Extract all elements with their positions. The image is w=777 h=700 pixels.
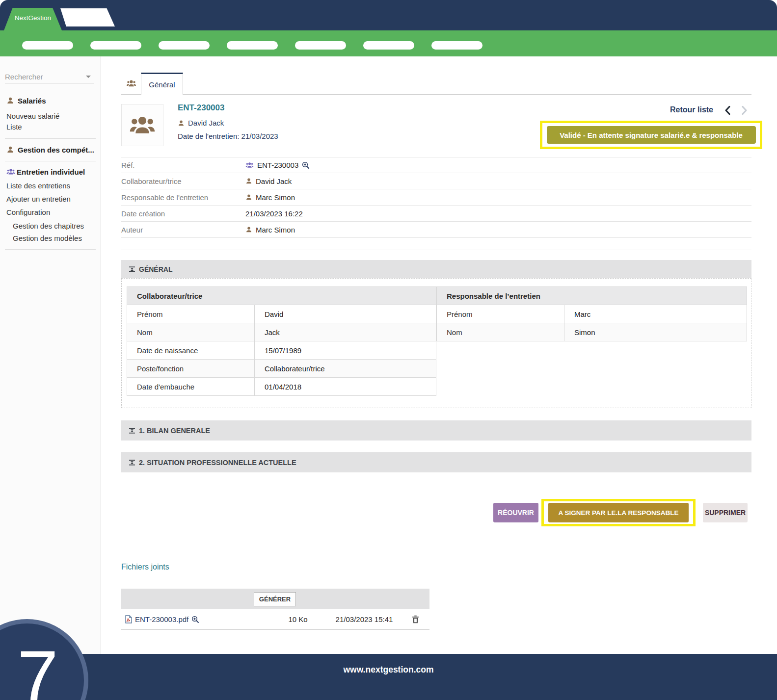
top-header: NextGestion <box>0 0 777 30</box>
table-row: Nom Simon <box>437 323 747 341</box>
attached-files-table: GÉNÉRER ENT-230003.pdf 10 Ko 21/03/2023 … <box>121 589 429 630</box>
people-icon <box>129 113 156 137</box>
section-header-situation[interactable]: 2. SITUATION PROFESSIONNELLE ACTUELLE <box>121 452 751 472</box>
app-window: NextGestion Rechercher Salariés Nouveau … <box>0 0 777 700</box>
table-row: Date d'embauche 01/04/2018 <box>127 377 436 395</box>
info-row-responsable: Responsable de l'entretien Marc Simon <box>121 189 751 206</box>
zoom-in-icon[interactable] <box>302 161 310 169</box>
divider <box>5 161 96 161</box>
people-icon <box>126 79 136 88</box>
sign-button[interactable]: A SIGNER PAR LE.LA RESPONSABLE <box>548 503 689 522</box>
nav-item-redacted[interactable] <box>22 41 73 50</box>
sidebar: Rechercher Salariés Nouveau salarié List… <box>0 56 101 654</box>
sidebar-item-ajouter-un-entretien[interactable]: Ajouter un entretien <box>6 192 71 205</box>
tab-people[interactable] <box>121 73 141 94</box>
collapse-icon <box>129 460 135 466</box>
redacted-tab[interactable] <box>57 8 115 26</box>
brand-tab[interactable]: NextGestion <box>4 8 62 30</box>
search-input[interactable]: Rechercher <box>5 70 94 83</box>
pdf-file-icon <box>125 615 132 623</box>
info-row-auteur: Auteur Marc Simon <box>121 222 751 238</box>
record-employee: David Jack <box>178 119 224 127</box>
footer-url: www.nextgestion.com <box>0 665 777 675</box>
general-section-body: Collaborateur/trice Prénom David Nom Jac… <box>121 278 751 408</box>
brand-name: NextGestion <box>15 14 51 22</box>
sidebar-item-liste-des-entretiens[interactable]: Liste des entretiens <box>6 179 70 192</box>
sidebar-item-gestion-competences[interactable]: Gestion des compét... <box>6 143 94 156</box>
file-row: ENT-230003.pdf 10 Ko 21/03/2023 15:41 <box>121 609 429 630</box>
chevron-right-icon[interactable] <box>741 105 748 115</box>
highlight-annotation: Validé - En attente signature salarié.e … <box>540 121 762 149</box>
delete-button[interactable]: SUPPRIMER <box>703 503 748 522</box>
divider <box>5 249 96 250</box>
table-row: Nom Jack <box>127 323 436 341</box>
collaborator-table: Collaborateur/trice Prénom David Nom Jac… <box>127 286 436 396</box>
collapse-icon <box>129 428 135 434</box>
manager-table: Responsable de l’entretien Prénom Marc N… <box>436 286 747 341</box>
divider <box>5 138 96 139</box>
highlight-annotation: A SIGNER PAR LE.LA RESPONSABLE <box>541 499 696 526</box>
file-name-link[interactable]: ENT-230003.pdf <box>135 615 188 623</box>
reopen-button[interactable]: RÉOUVRIR <box>493 503 538 522</box>
sidebar-item-liste[interactable]: Liste <box>6 120 22 133</box>
table-row: Prénom Marc <box>437 305 747 323</box>
tab-general[interactable]: Général <box>141 73 183 95</box>
section-header-general[interactable]: GÉNÉRAL <box>121 260 751 278</box>
people-icon <box>245 161 254 169</box>
generate-button[interactable]: GÉNÉRER <box>254 592 296 606</box>
nav-item-redacted[interactable] <box>363 41 414 50</box>
table-row: Prénom David <box>127 305 436 323</box>
nav-item-redacted[interactable] <box>431 41 482 50</box>
chevron-down-icon <box>86 76 91 78</box>
file-date: 21/03/2023 15:41 <box>327 615 401 623</box>
chevron-left-icon[interactable] <box>724 105 731 115</box>
main-content: Général ENT-230003 David Jack Date de l'… <box>101 56 777 654</box>
step-number: 7 <box>17 640 58 700</box>
trash-icon[interactable] <box>401 615 429 623</box>
table-row: Date de naissance 15/07/1989 <box>127 341 436 359</box>
person-icon <box>6 97 14 104</box>
nav-item-redacted[interactable] <box>295 41 346 50</box>
section-header-bilan[interactable]: 1. BILAN GENERALE <box>121 420 751 441</box>
record-interview-date: Date de l'entretien: 21/03/2023 <box>178 132 278 140</box>
person-icon <box>6 146 14 154</box>
footer: www.nextgestion.com <box>0 654 777 700</box>
sidebar-item-configuration[interactable]: Configuration <box>6 206 50 218</box>
sidebar-item-salaries[interactable]: Salariés <box>6 94 46 107</box>
person-icon <box>245 194 252 201</box>
nav-item-redacted[interactable] <box>90 41 141 50</box>
sidebar-item-entretien-individuel[interactable]: Entretien individuel <box>6 165 85 178</box>
status-badge: Validé - En attente signature salarié.e … <box>547 126 756 144</box>
person-icon <box>245 178 252 184</box>
nav-item-redacted[interactable] <box>159 41 210 50</box>
divider <box>121 250 751 250</box>
people-icon <box>6 168 15 176</box>
zoom-in-icon[interactable] <box>191 616 199 623</box>
table-row: Poste/fonction Collaborateur/trice <box>127 359 436 377</box>
attached-files-title[interactable]: Fichiers joints <box>121 563 169 571</box>
info-row-date-creation: Date création 21/03/2023 16:22 <box>121 206 751 222</box>
record-avatar <box>121 104 163 146</box>
main-nav-bar <box>0 30 777 56</box>
files-table-header: GÉNÉRER <box>121 589 429 609</box>
info-row-ref: Réf. ENT-230003 <box>121 157 751 173</box>
person-icon <box>178 120 185 127</box>
nav-item-redacted[interactable] <box>227 41 278 50</box>
record-info-table: Réf. ENT-230003 Collaborateur/trice Davi… <box>121 157 751 238</box>
sidebar-item-gestion-des-chapitres[interactable]: Gestion des chapitres <box>13 219 84 232</box>
search-placeholder: Rechercher <box>5 73 43 81</box>
tab-row-divider <box>121 94 751 95</box>
record-id: ENT-230003 <box>178 103 224 113</box>
sidebar-item-gestion-des-modeles[interactable]: Gestion des modèles <box>13 232 82 244</box>
info-row-collaborateur: Collaborateur/trice David Jack <box>121 173 751 189</box>
collapse-icon <box>129 266 135 272</box>
person-icon <box>245 226 252 233</box>
back-to-list-link[interactable]: Retour liste <box>670 105 713 114</box>
file-size: 10 Ko <box>268 615 327 623</box>
